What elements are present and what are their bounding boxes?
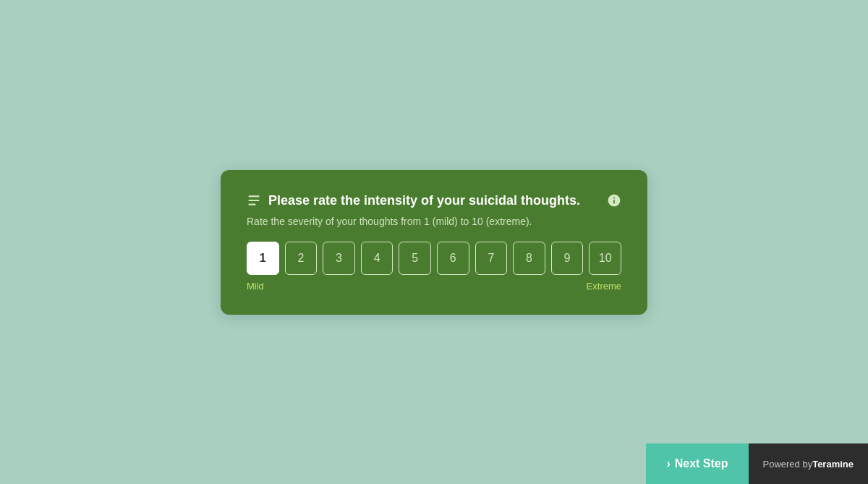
rating-row: 1 2 3 4 5 6 7 8 9 10 bbox=[247, 242, 621, 275]
question-card: Please rate the intensity of your suicid… bbox=[221, 170, 647, 315]
powered-by-brand: Teramine bbox=[812, 459, 854, 470]
next-step-button[interactable]: › Next Step bbox=[646, 443, 748, 484]
svg-rect-0 bbox=[249, 195, 260, 197]
rating-btn-5[interactable]: 5 bbox=[399, 242, 431, 275]
question-type-icon bbox=[247, 193, 261, 208]
rating-btn-6[interactable]: 6 bbox=[437, 242, 469, 275]
rating-btn-9[interactable]: 9 bbox=[551, 242, 584, 275]
card-header: Please rate the intensity of your suicid… bbox=[247, 193, 621, 208]
label-extreme: Extreme bbox=[587, 281, 621, 292]
card-subtitle: Rate the severity of your thoughts from … bbox=[247, 216, 621, 227]
main-container: Please rate the intensity of your suicid… bbox=[0, 0, 868, 484]
rating-btn-3[interactable]: 3 bbox=[323, 242, 355, 275]
powered-by-text: Powered by bbox=[763, 459, 813, 470]
rating-labels: Mild Extreme bbox=[247, 281, 621, 292]
rating-btn-1[interactable]: 1 bbox=[247, 242, 279, 275]
svg-rect-2 bbox=[249, 204, 256, 205]
rating-btn-4[interactable]: 4 bbox=[361, 242, 393, 275]
rating-btn-7[interactable]: 7 bbox=[475, 242, 508, 275]
next-step-arrow-icon: › bbox=[666, 457, 670, 470]
powered-by-bar: Powered by Teramine bbox=[749, 443, 869, 484]
label-mild: Mild bbox=[247, 281, 264, 292]
card-title: Please rate the intensity of your suicid… bbox=[268, 193, 580, 208]
info-icon[interactable] bbox=[607, 193, 621, 208]
rating-btn-2[interactable]: 2 bbox=[285, 242, 318, 275]
bottom-bar: › Next Step Powered by Teramine bbox=[646, 443, 868, 484]
rating-btn-10[interactable]: 10 bbox=[589, 242, 621, 275]
next-step-label: Next Step bbox=[675, 457, 728, 470]
rating-btn-8[interactable]: 8 bbox=[513, 242, 545, 275]
svg-rect-1 bbox=[249, 200, 260, 201]
card-title-row: Please rate the intensity of your suicid… bbox=[247, 193, 580, 208]
